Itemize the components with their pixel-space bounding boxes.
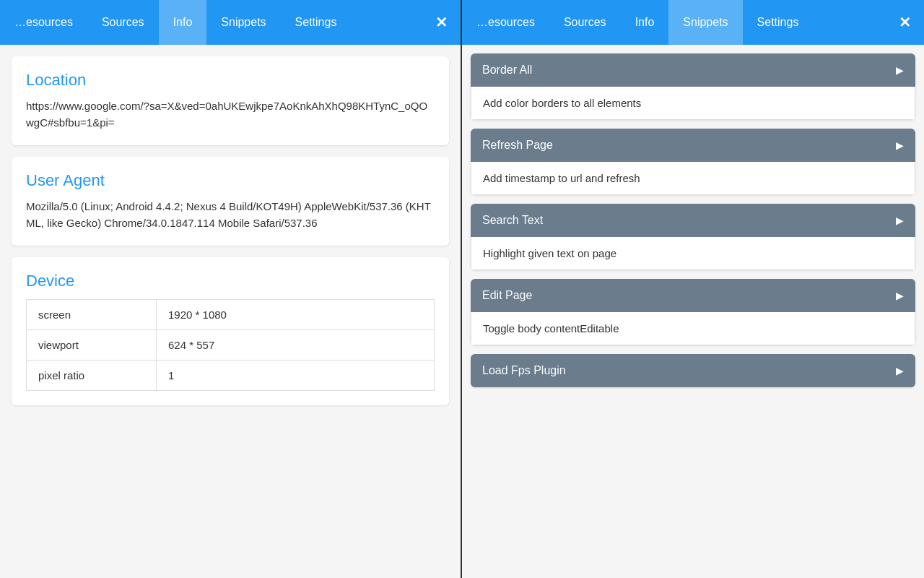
snippet-edit-page-title: Edit Page <box>482 289 532 302</box>
left-tab-bar: …esources Sources Info Snippets Settings… <box>0 0 461 45</box>
snippet-border-all-header[interactable]: Border All ▶ <box>471 53 915 87</box>
screen-label: screen <box>27 300 157 330</box>
right-tab-sources[interactable]: Sources <box>549 0 621 45</box>
user-agent-title: User Agent <box>26 171 435 190</box>
viewport-label: viewport <box>27 330 157 361</box>
right-panel: …esources Sources Info Snippets Settings… <box>462 0 924 578</box>
snippet-edit-page-header[interactable]: Edit Page ▶ <box>471 279 915 312</box>
table-row: pixel ratio 1 <box>27 361 435 391</box>
left-panel: …esources Sources Info Snippets Settings… <box>0 0 462 578</box>
screen-value: 1920 * 1080 <box>157 300 435 330</box>
right-close-button[interactable]: ✕ <box>886 0 924 45</box>
left-close-button[interactable]: ✕ <box>422 0 461 45</box>
location-title: Location <box>26 71 435 90</box>
snippet-refresh-page-description: Add timestamp to url and refresh <box>471 162 915 195</box>
left-tab-settings[interactable]: Settings <box>281 0 352 45</box>
right-tab-snippets[interactable]: Snippets <box>668 0 742 45</box>
chevron-right-icon: ▶ <box>896 64 904 76</box>
location-card: Location https://www.google.com/?sa=X&ve… <box>12 56 449 145</box>
right-tab-resources[interactable]: …esources <box>462 0 549 45</box>
left-tab-sources[interactable]: Sources <box>87 0 159 45</box>
chevron-right-icon: ▶ <box>896 365 904 376</box>
chevron-right-icon: ▶ <box>896 139 904 151</box>
left-tab-snippets[interactable]: Snippets <box>206 0 280 45</box>
snippet-refresh-page: Refresh Page ▶ Add timestamp to url and … <box>471 129 915 195</box>
right-tab-bar: …esources Sources Info Snippets Settings… <box>462 0 924 45</box>
snippet-load-fps-plugin-title: Load Fps Plugin <box>482 364 566 377</box>
chevron-right-icon: ▶ <box>896 215 904 226</box>
snippet-search-text-title: Search Text <box>482 214 543 227</box>
table-row: screen 1920 * 1080 <box>27 300 435 330</box>
device-card: Device screen 1920 * 1080 viewport 624 *… <box>12 257 449 405</box>
snippet-border-all-title: Border All <box>482 64 532 77</box>
right-tab-info[interactable]: Info <box>621 0 669 45</box>
user-agent-text: Mozilla/5.0 (Linux; Android 4.4.2; Nexus… <box>26 199 435 231</box>
snippet-load-fps-plugin-header[interactable]: Load Fps Plugin ▶ <box>471 354 915 387</box>
snippet-edit-page-description: Toggle body contentEditable <box>471 312 915 345</box>
snippet-border-all-description: Add color borders to all elements <box>471 87 915 120</box>
pixel-ratio-value: 1 <box>157 361 435 391</box>
viewport-value: 624 * 557 <box>157 330 435 361</box>
snippet-search-text: Search Text ▶ Highlight given text on pa… <box>471 204 915 270</box>
device-title: Device <box>26 272 435 290</box>
device-table: screen 1920 * 1080 viewport 624 * 557 pi… <box>26 299 435 391</box>
snippet-refresh-page-title: Refresh Page <box>482 139 553 152</box>
left-tab-resources[interactable]: …esources <box>0 0 87 45</box>
chevron-right-icon: ▶ <box>896 290 904 301</box>
right-tab-settings[interactable]: Settings <box>743 0 814 45</box>
snippet-border-all: Border All ▶ Add color borders to all el… <box>471 53 915 120</box>
snippet-refresh-page-header[interactable]: Refresh Page ▶ <box>471 129 915 162</box>
left-content: Location https://www.google.com/?sa=X&ve… <box>0 45 461 578</box>
location-url: https://www.google.com/?sa=X&ved=0ahUKEw… <box>26 98 435 131</box>
snippet-edit-page: Edit Page ▶ Toggle body contentEditable <box>471 279 915 345</box>
left-tab-info[interactable]: Info <box>159 0 207 45</box>
pixel-ratio-label: pixel ratio <box>27 361 157 391</box>
snippet-search-text-header[interactable]: Search Text ▶ <box>471 204 915 237</box>
table-row: viewport 624 * 557 <box>27 330 435 361</box>
snippet-search-text-description: Highlight given text on page <box>471 237 915 270</box>
snippet-load-fps-plugin: Load Fps Plugin ▶ <box>471 354 915 387</box>
user-agent-card: User Agent Mozilla/5.0 (Linux; Android 4… <box>12 157 449 246</box>
right-content: Border All ▶ Add color borders to all el… <box>462 45 924 578</box>
